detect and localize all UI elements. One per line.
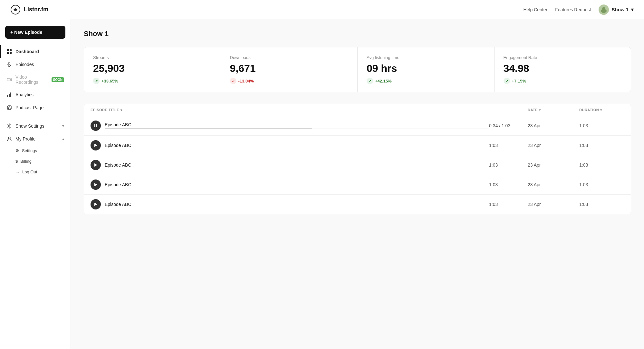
mic-icon <box>6 62 12 67</box>
help-center-link[interactable]: Help Center <box>523 7 547 12</box>
play-button-1[interactable] <box>91 140 101 150</box>
svg-point-3 <box>602 7 605 10</box>
sidebar-item-episodes-label: Episodes <box>15 62 34 67</box>
sidebar-item-dashboard[interactable]: Dashboard <box>0 45 71 58</box>
stat-downloads-value: 9,671 <box>230 63 349 74</box>
col-time <box>489 108 528 112</box>
stat-downloads-change: ↙ -13.04% <box>230 78 349 84</box>
episode-3-time: 1:03 <box>489 182 528 187</box>
svg-rect-14 <box>10 92 11 97</box>
svg-rect-20 <box>96 124 97 127</box>
billing-icon: $ <box>15 159 18 164</box>
svg-rect-8 <box>9 62 10 65</box>
podcast-icon <box>6 105 12 111</box>
sidebar-item-analytics-label: Analytics <box>15 92 34 97</box>
episode-1-duration: 1:03 <box>579 143 624 148</box>
sidebar-item-episodes[interactable]: Episodes <box>0 58 71 71</box>
play-button-4[interactable] <box>91 199 101 209</box>
sidebar: + New Episode Dashboard Episodes Video R… <box>0 19 71 349</box>
episode-3-title: Episode ABC <box>105 182 131 187</box>
show-settings-icon <box>6 123 12 129</box>
stat-engagement-change: ↗ +7.15% <box>504 78 622 84</box>
table-row: Episode ABC 0:34 / 1:03 23 Apr 1:03 <box>84 116 631 136</box>
col-sort-icon: ▾ <box>120 108 122 112</box>
col-date-sort-icon: ▾ <box>539 108 541 112</box>
sidebar-item-show-settings[interactable]: Show Settings ▾ <box>0 120 71 132</box>
stat-engagement-value: 34.98 <box>504 63 622 74</box>
submenu-billing-label: Billing <box>20 159 32 164</box>
svg-rect-15 <box>7 106 11 110</box>
show-selector[interactable]: Show 1 ▾ <box>599 5 634 15</box>
stat-downloads-label: Downloads <box>230 55 349 60</box>
submenu-settings[interactable]: ⚙ Settings <box>15 145 71 156</box>
show-name: Show 1 <box>611 7 629 12</box>
episode-cell-3: Episode ABC <box>91 179 489 190</box>
sidebar-item-podcast-label: Podcast Page <box>15 105 43 110</box>
page-title: Show 1 <box>84 30 631 38</box>
stat-avg-listen-value: 09 hrs <box>367 63 485 74</box>
episode-cell-0: Episode ABC <box>91 121 489 131</box>
svg-point-18 <box>8 137 10 139</box>
episode-4-duration: 1:03 <box>579 202 624 207</box>
episode-4-title: Episode ABC <box>105 202 131 207</box>
play-button-3[interactable] <box>91 179 101 190</box>
submenu-settings-label: Settings <box>22 148 37 153</box>
stat-avg-listen-arrow-icon: ↗ <box>367 78 373 84</box>
profile-icon <box>6 136 12 142</box>
new-episode-button[interactable]: + New Episode <box>5 26 65 39</box>
logo[interactable]: Listnr.fm <box>10 5 48 15</box>
svg-rect-7 <box>10 52 12 54</box>
show-chevron-icon: ▾ <box>631 7 634 13</box>
play-button-2[interactable] <box>91 160 101 170</box>
pause-button-0[interactable] <box>91 121 101 131</box>
play-icon <box>94 202 98 206</box>
submenu-logout-label: Log Out <box>22 170 37 174</box>
sidebar-item-analytics[interactable]: Analytics <box>0 88 71 101</box>
main-content: Show 1 Streams 25,903 ↗ +33.65% Download… <box>71 19 644 349</box>
table-row: Episode ABC 1:03 23 Apr 1:03 <box>84 136 631 155</box>
analytics-icon <box>6 92 12 98</box>
col-episode-title[interactable]: EPISODE TITLE ▾ <box>91 108 489 112</box>
episode-0-date: 23 Apr <box>528 123 579 128</box>
svg-rect-4 <box>7 49 9 51</box>
svg-rect-13 <box>9 94 10 97</box>
episode-3-date: 23 Apr <box>528 182 579 187</box>
episode-0-progress-container: Episode ABC <box>105 122 489 129</box>
sidebar-item-video-label: Video Recordings <box>15 74 47 85</box>
stat-downloads: Downloads 9,671 ↙ -13.04% <box>221 47 358 92</box>
logo-icon <box>10 5 21 15</box>
svg-marker-22 <box>94 163 97 167</box>
features-request-link[interactable]: Features Request <box>555 7 591 12</box>
table-row: Episode ABC 1:03 23 Apr 1:03 <box>84 175 631 195</box>
episode-1-time: 1:03 <box>489 143 528 148</box>
stat-streams-pct: +33.65% <box>101 79 118 83</box>
stat-avg-listen-label: Avg listening time <box>367 55 485 60</box>
episode-2-time: 1:03 <box>489 162 528 168</box>
submenu-billing[interactable]: $ Billing <box>15 156 71 167</box>
logo-text: Listnr.fm <box>24 6 48 13</box>
svg-rect-12 <box>7 95 8 97</box>
stat-engagement-pct: +7.15% <box>512 79 526 83</box>
sidebar-item-video-recordings[interactable]: Video Recordings SOON <box>0 71 71 88</box>
submenu-logout[interactable]: → Log Out <box>15 167 71 177</box>
stat-avg-listen-change: ↗ +42.15% <box>367 78 485 84</box>
episode-2-title: Episode ABC <box>105 162 131 168</box>
profile-submenu: ⚙ Settings $ Billing → Log Out <box>0 145 71 177</box>
episode-2-date: 23 Apr <box>528 162 579 168</box>
svg-rect-5 <box>10 49 12 51</box>
sidebar-divider-1 <box>5 117 65 117</box>
stat-streams-value: 25,903 <box>93 63 212 74</box>
svg-rect-6 <box>7 52 9 54</box>
episode-0-duration: 1:03 <box>579 123 624 128</box>
show-avatar <box>599 5 609 15</box>
settings-icon: ⚙ <box>15 148 19 153</box>
col-duration[interactable]: DURATION ▾ <box>579 108 624 112</box>
col-date-label: DATE <box>528 108 538 112</box>
stat-streams: Streams 25,903 ↗ +33.65% <box>84 47 221 92</box>
sidebar-item-podcast-page[interactable]: Podcast Page <box>0 101 71 114</box>
episode-cell-4: Episode ABC <box>91 199 489 209</box>
table-row: Episode ABC 1:03 23 Apr 1:03 <box>84 155 631 175</box>
sidebar-item-my-profile[interactable]: My Profile ▴ <box>0 132 71 145</box>
episode-0-title: Episode ABC <box>105 122 489 127</box>
col-date[interactable]: DATE ▾ <box>528 108 579 112</box>
